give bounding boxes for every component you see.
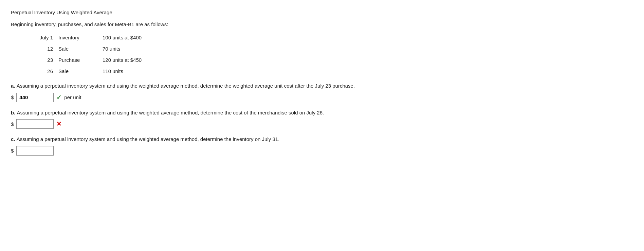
inventory-row: 12Sale70 units xyxy=(31,46,633,52)
question-section-a: a. Assuming a perpetual inventory system… xyxy=(11,82,633,102)
question-text-1: b. Assuming a perpetual inventory system… xyxy=(11,109,633,117)
answer-input-2[interactable] xyxy=(16,146,54,156)
question-text-0: a. Assuming a perpetual inventory system… xyxy=(11,82,633,90)
answer-input-0[interactable] xyxy=(16,93,54,102)
inventory-date: 26 xyxy=(31,68,58,74)
intro-text: Beginning inventory, purchases, and sale… xyxy=(11,21,633,27)
inventory-date: 23 xyxy=(31,57,58,63)
page-title: Perpetual Inventory Using Weighted Avera… xyxy=(11,10,633,15)
answer-row-0: $✓per unit xyxy=(11,93,633,102)
check-icon-0: ✓ xyxy=(56,94,61,101)
inventory-type: Purchase xyxy=(58,57,103,63)
answer-row-1: $✕ xyxy=(11,119,633,129)
inventory-row: 26Sale110 units xyxy=(31,68,633,74)
inventory-type: Sale xyxy=(58,46,103,52)
suffix-text-0: per unit xyxy=(64,94,81,100)
answer-input-1[interactable] xyxy=(16,119,54,129)
x-icon-1: ✕ xyxy=(56,120,61,128)
inventory-row: July 1Inventory100 units at $400 xyxy=(31,35,633,40)
inventory-description: 120 units at $450 xyxy=(103,57,142,63)
inventory-description: 110 units xyxy=(103,68,123,74)
inventory-description: 70 units xyxy=(103,46,121,52)
answer-row-2: $ xyxy=(11,146,633,156)
inventory-date: July 1 xyxy=(31,35,58,40)
inventory-type: Sale xyxy=(58,68,103,74)
inventory-type: Inventory xyxy=(58,35,103,40)
question-section-c: c. Assuming a perpetual inventory system… xyxy=(11,136,633,156)
dollar-sign-0: $ xyxy=(11,94,14,100)
dollar-sign-2: $ xyxy=(11,148,14,154)
inventory-row: 23Purchase120 units at $450 xyxy=(31,57,633,63)
questions-section: a. Assuming a perpetual inventory system… xyxy=(11,82,633,156)
inventory-description: 100 units at $400 xyxy=(103,35,142,40)
dollar-sign-1: $ xyxy=(11,121,14,127)
question-text-2: c. Assuming a perpetual inventory system… xyxy=(11,136,633,143)
inventory-table: July 1Inventory100 units at $40012Sale70… xyxy=(31,35,633,74)
inventory-date: 12 xyxy=(31,46,58,52)
question-section-b: b. Assuming a perpetual inventory system… xyxy=(11,109,633,129)
